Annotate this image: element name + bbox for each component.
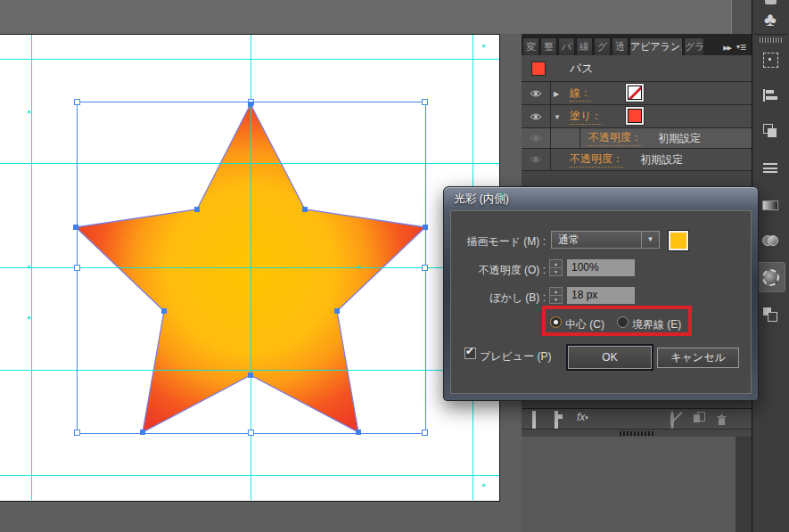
stroke-panel-icon[interactable] [755,153,785,184]
ok-button[interactable]: OK [568,346,652,369]
tab-align[interactable]: 整 [540,37,557,55]
pathfinder-panel-icon[interactable] [755,116,785,146]
inner-glow-dialog: 光彩 (内側) 描画モード (M) : 通常 ▼ 不透明度 (O) : ▲▼ 1… [443,186,759,401]
tab-transform[interactable]: 変 [522,37,539,55]
fill-opacity-label[interactable]: 不透明度： [588,130,642,146]
tab-graphic-styles[interactable]: グラ [684,37,704,55]
fill-label[interactable]: 塗り： [570,109,602,125]
star-shape[interactable] [71,98,430,437]
add-effect-fx-icon[interactable]: fx▾ [577,411,588,423]
opacity-value: 初期設定 [640,152,683,168]
star-polygon[interactable] [76,104,425,432]
blend-mode-dropdown[interactable]: 通常 ▼ [551,231,660,249]
cancel-button[interactable]: キャンセル [657,348,739,368]
stroke-expand-icon[interactable]: ▶ [554,89,559,97]
illustrator-window: ×××××× 変 整 パ 線 グ 透 アピアランス グラ ▶▶ ▾≡ パス ▶ [0,0,789,532]
symbols-panel-icon[interactable]: ♣ [755,4,785,35]
stroke-none-swatch[interactable] [628,86,642,100]
tab-gradient[interactable]: グ [594,37,611,55]
opacity-stepper[interactable]: ▲▼ [549,259,563,277]
collapse-panels-icon[interactable]: ▶▶ [723,45,731,52]
panel-divider-grip[interactable] [522,429,752,437]
delete-item-icon[interactable] [716,413,727,430]
pasteboard-top [0,0,752,34]
panel-tab-bar: 変 整 パ 線 グ 透 アピアランス グラ ▶▶ ▾≡ [522,34,752,55]
tab-stroke[interactable]: 線 [576,37,593,55]
path-color-swatch[interactable] [531,61,546,76]
add-new-stroke-icon[interactable] [532,413,536,429]
empty-dock-area [522,437,736,532]
path-label: パス [570,61,594,77]
align-panel-icon[interactable] [755,80,785,110]
dialog-title: 光彩 (内側) [454,192,509,207]
annotation-highlight-box [542,306,692,336]
opacity-input[interactable]: 100% [567,259,635,276]
blend-mode-value: 通常 [558,232,579,248]
graphic-styles-panel-icon[interactable] [755,299,785,330]
stroke-visibility-eye-icon[interactable] [522,82,551,104]
dropdown-arrow-icon[interactable]: ▼ [641,232,659,248]
opacity-label[interactable]: 不透明度： [570,151,623,168]
blend-mode-label: 描画モード (M) : [451,234,546,250]
clear-appearance-icon[interactable] [670,413,674,429]
appearance-row-fill-opacity[interactable]: 不透明度： 初期設定 [522,128,752,149]
transparency-panel-icon[interactable] [755,225,785,256]
preview-label[interactable]: プレビュー (P) [480,349,551,364]
opacity-eye-icon[interactable] [522,149,551,170]
appearance-row-path[interactable]: パス [522,55,752,82]
blur-input[interactable]: 18 px [567,287,635,304]
dock-drag-grip[interactable] [760,37,782,43]
add-new-fill-icon[interactable] [555,413,558,429]
appearance-row-opacity[interactable]: 不透明度： 初期設定 [522,149,752,171]
gradient-panel-icon[interactable] [755,190,785,220]
appearance-bottom-bar: fx▾ [522,408,752,429]
transform-panel-icon[interactable] [755,45,785,75]
tab-appearance[interactable]: アピアランス [629,37,683,55]
fill-opacity-eye-icon[interactable] [522,128,551,148]
blur-stepper[interactable]: ▲▼ [549,287,563,305]
opacity-field-label: 不透明度 (O) : [451,263,546,278]
dock-divider [754,34,787,35]
dialog-body: 描画モード (M) : 通常 ▼ 不透明度 (O) : ▲▼ 100% ぼかし … [450,210,752,394]
fill-visibility-eye-icon[interactable] [522,105,551,127]
stroke-label[interactable]: 線： [570,86,591,102]
glow-color-swatch[interactable] [669,231,688,250]
tab-transparency[interactable]: 透 [612,37,629,55]
fill-collapse-icon[interactable]: ▼ [554,112,561,120]
appearance-row-stroke[interactable]: ▶ 線： [522,82,752,105]
fill-color-swatch[interactable] [628,109,642,123]
fill-opacity-value: 初期設定 [658,131,701,146]
appearance-row-fill[interactable]: ▼ 塗り： [522,105,752,128]
panel-dock-header [731,0,752,37]
tab-pathfinder[interactable]: パ [558,37,575,55]
panel-menu-icon[interactable]: ▾≡ [736,41,746,53]
blur-field-label: ぼかし (B) : [451,291,546,306]
appearance-panel-icon[interactable] [755,262,785,292]
dock-edge-strip [736,437,752,532]
preview-checkbox[interactable] [464,348,476,359]
indent-divider [579,128,580,148]
